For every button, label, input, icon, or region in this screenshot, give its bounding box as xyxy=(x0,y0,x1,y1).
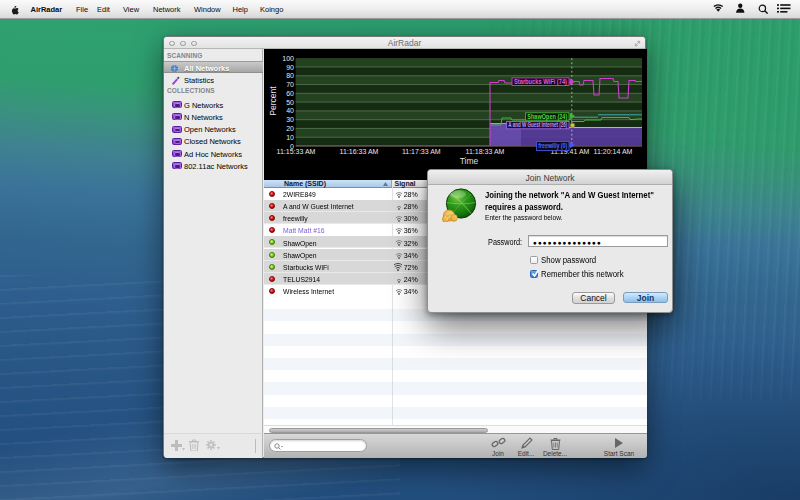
svg-text:Percent: Percent xyxy=(268,86,278,116)
svg-text:70: 70 xyxy=(286,81,294,88)
svg-text:50: 50 xyxy=(286,99,294,106)
svg-text:A and W Guest Internet (26): A and W Guest Internet (26) xyxy=(508,121,567,129)
svg-text:30: 30 xyxy=(286,116,294,123)
svg-text:Starbucks WiFi (74): Starbucks WiFi (74) xyxy=(514,78,567,86)
svg-text:11:16:33 AM: 11:16:33 AM xyxy=(340,148,379,155)
svg-text:11:18:33 AM: 11:18:33 AM xyxy=(466,148,505,155)
svg-text:11:20:14 AM: 11:20:14 AM xyxy=(594,148,633,155)
svg-text:60: 60 xyxy=(286,90,294,97)
svg-text:40: 40 xyxy=(286,107,294,114)
svg-text:80: 80 xyxy=(286,72,294,79)
svg-text:Time: Time xyxy=(460,156,479,166)
svg-text:11:15:33 AM: 11:15:33 AM xyxy=(277,148,316,155)
svg-text:20: 20 xyxy=(286,125,294,132)
svg-text:freewilly (0): freewilly (0) xyxy=(538,142,567,150)
svg-text:90: 90 xyxy=(286,64,294,71)
svg-text:100: 100 xyxy=(282,55,294,62)
svg-text:ShawOpen (24): ShawOpen (24) xyxy=(527,113,567,121)
svg-text:11:17:33 AM: 11:17:33 AM xyxy=(402,148,441,155)
svg-text:10: 10 xyxy=(286,134,294,141)
